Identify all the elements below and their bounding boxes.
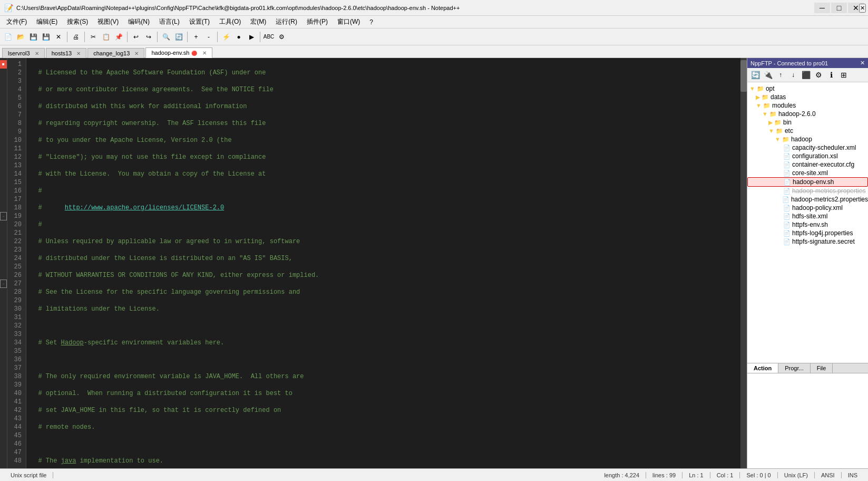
tab-close-lservrol3[interactable]: ✕ [35,51,39,56]
tab-close-changelog[interactable]: ✕ [134,51,139,56]
menu-help[interactable]: ? [365,17,377,27]
tree-item-httpfs-log4j[interactable]: 📄 httpfs-log4j.properties [747,229,868,237]
tree-item-datas[interactable]: ▶ 📁 datas [747,93,868,101]
tab-hadoop-env[interactable]: hadoop-env.sh 🔴 ✕ [145,47,212,58]
nppftp-btn-down[interactable]: ↓ [787,69,799,81]
tree-label-modules: modules [772,102,796,109]
tree-item-hadoop[interactable]: ▼ 📁 hadoop [747,135,868,143]
editor-scrollbar[interactable] [740,58,747,468]
file-icon-core-site: 📄 [783,170,791,177]
tab-changelog[interactable]: change_log13 ✕ [87,48,144,58]
menu-settings[interactable]: 设置(T) [185,16,214,27]
tab-label-lservrol3: lservrol3 [8,50,30,56]
nppftp-btn-settings[interactable]: ⚙ [813,69,824,81]
nppftp-close-x[interactable]: ✕ [860,60,865,66]
menu-edit[interactable]: 编辑(E) [32,16,62,27]
tree-item-hadoop-metrics[interactable]: 📄 hadoop-metrics.properties [747,187,868,195]
editor-content[interactable]: ■ - [0,58,747,468]
tree-item-configuration[interactable]: 📄 configuration.xsl [747,152,868,160]
tab-hosts13[interactable]: hosts13 ✕ [46,48,87,58]
menu-encode[interactable]: 编码(N) [124,16,154,27]
tree-label-container-executor: container-executor.cfg [792,161,854,168]
tb-macro-play[interactable]: ▶ [246,31,257,43]
tab-close-hosts13[interactable]: ✕ [76,51,81,56]
nppftp-btn-stop[interactable]: ⬛ [800,69,812,81]
tb-new[interactable]: 📄 [2,31,14,43]
nppftp-btn-info[interactable]: ℹ [825,69,837,81]
tb-zoom-in[interactable]: + [190,31,202,43]
tb-print[interactable]: 🖨 [70,31,82,43]
folder-icon-opt: 📁 [757,85,764,92]
menu-view[interactable]: 视图(V) [93,16,123,27]
tree-item-capacity-scheduler[interactable]: 📄 capacity-scheduler.xml [747,143,868,152]
tree-item-bin[interactable]: ▶ 📁 bin [747,118,868,127]
tree-item-hadoop-env[interactable]: 📄 hadoop-env.sh [747,177,868,187]
tb-cut[interactable]: ✂ [87,31,99,43]
tree-item-modules[interactable]: ▼ 📁 modules [747,101,868,110]
menu-lang[interactable]: 语言(L) [155,16,184,27]
file-icon-hadoop-policy: 📄 [783,205,791,211]
nppftp-btn-up[interactable]: ↑ [775,69,786,81]
tree-label-bin: bin [783,119,792,126]
tree-label-hadoop: hadoop [791,136,812,143]
folder-icon-etc: 📁 [776,128,783,134]
tb-undo[interactable]: ↩ [130,31,142,43]
tab-label-hosts13: hosts13 [52,50,72,56]
statusbar-col: Col : 1 [710,472,740,478]
menu-tools[interactable]: 工具(O) [215,16,245,27]
tb-find[interactable]: 🔍 [160,31,172,43]
tree-item-httpfs-signature[interactable]: 📄 httpfs-signature.secret [747,237,868,246]
tree-item-hadoop-policy[interactable]: 📄 hadoop-policy.xml [747,204,868,212]
menu-file[interactable]: 文件(F) [2,16,31,27]
tree-item-hdfs-site[interactable]: 📄 hdfs-site.xml [747,212,868,220]
nppftp-close-button[interactable]: ✕ [859,4,866,13]
file-icon-httpfs-signature: 📄 [783,238,791,245]
action-tab-progress[interactable]: Progr... [778,363,810,373]
tree-label-opt: opt [766,85,775,92]
tree-item-hadoop260[interactable]: ▼ 📁 hadoop-2.6.0 [747,110,868,118]
menu-macro[interactable]: 宏(M) [246,16,270,27]
right-panel: NppFTP - Connected to pro01 ✕ 🔄 🔌 ↑ ↓ ⬛ … [747,58,868,468]
nppftp-btn-grid[interactable]: ⊞ [838,69,850,81]
tb-paste[interactable]: 📌 [113,31,124,43]
tab-close-hadoop-env[interactable]: ✕ [202,50,207,56]
tree-item-httpfs-env[interactable]: 📄 httpfs-env.sh [747,220,868,229]
tree-label-httpfs-env: httpfs-env.sh [792,221,828,228]
file-icon-capacity-scheduler: 📄 [783,145,791,151]
tb-save[interactable]: 💾 [27,31,39,43]
action-tab-file[interactable]: File [811,363,833,373]
tree-label-hadoop-metrics2: hadoop-metrics2.properties [791,196,868,203]
tree-item-core-site[interactable]: 📄 core-site.xml [747,169,868,177]
tree-item-opt[interactable]: ▼ 📁 opt [747,84,868,93]
tb-sync[interactable]: ⚡ [220,31,232,43]
tb-redo[interactable]: ↪ [143,31,154,43]
file-icon-configuration: 📄 [783,153,791,160]
menu-run[interactable]: 运行(R) [271,16,301,27]
editor-scrollbar-thumb[interactable] [740,60,747,92]
tree-item-container-executor[interactable]: 📄 container-executor.cfg [747,160,868,169]
tb-extra[interactable]: ⚙ [276,31,287,43]
nppftp-btn-refresh[interactable]: 🔄 [749,69,761,81]
file-icon-httpfs-log4j: 📄 [783,230,791,237]
tree-item-hadoop-metrics2[interactable]: 📄 hadoop-metrics2.properties [747,195,868,204]
tb-abc[interactable]: ABC [263,31,275,43]
statusbar-sel: Sel : 0 | 0 [740,472,777,478]
toolbar-sep5 [187,32,188,42]
action-tab-action[interactable]: Action [747,363,778,373]
nppftp-btn-connect[interactable]: 🔌 [762,69,774,81]
menu-plugins[interactable]: 插件(P) [303,16,332,27]
tb-replace[interactable]: 🔄 [173,31,184,43]
tb-close[interactable]: ✕ [53,31,64,43]
file-icon-container-executor: 📄 [783,161,791,168]
tb-save-all[interactable]: 💾 [40,31,52,43]
menu-window[interactable]: 窗口(W) [333,16,364,27]
tree-item-etc[interactable]: ▼ 📁 etc [747,127,868,135]
menu-search[interactable]: 搜索(S) [63,16,92,27]
code-content[interactable]: # Licensed to the Apache Software Founda… [26,58,740,468]
tb-macro[interactable]: ● [233,31,245,43]
tb-open[interactable]: 📂 [15,31,26,43]
statusbar: Unix script file length : 4,224 lines : … [0,468,868,481]
tab-lservrol3[interactable]: lservrol3 ✕ [2,48,45,58]
tb-zoom-out[interactable]: - [203,31,214,43]
tb-copy[interactable]: 📋 [100,31,112,43]
